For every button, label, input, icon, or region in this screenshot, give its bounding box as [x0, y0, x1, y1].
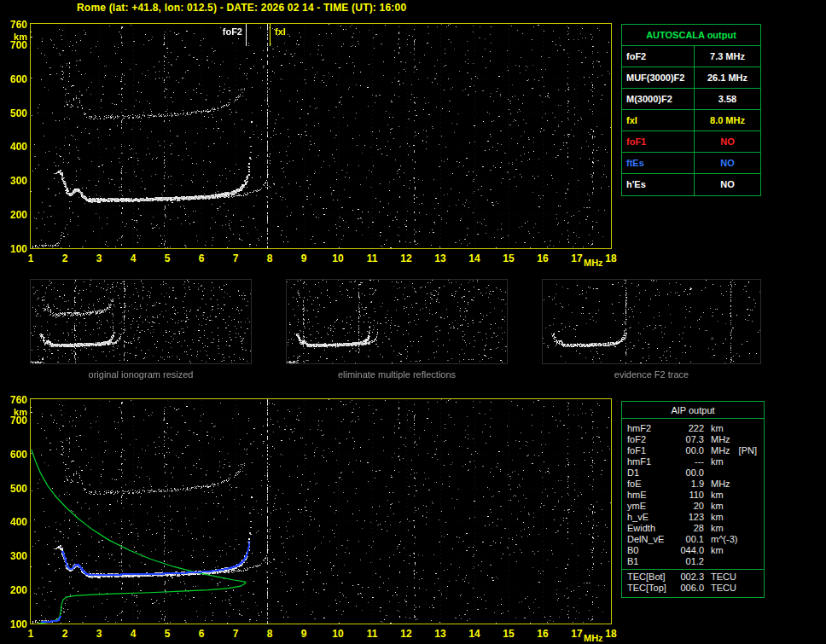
aip-unit: MHz	[711, 479, 730, 490]
autoscala-row-foF1: foF1NO	[622, 131, 760, 153]
aip-row-foE: foE1.9MHz	[627, 479, 759, 490]
bottom-ionogram-plot	[30, 398, 612, 624]
x-tick-7-top: 7	[226, 252, 245, 264]
aip-label: B1	[627, 556, 677, 567]
aip-label: foF1	[627, 445, 677, 456]
x-tick-8-top: 8	[260, 252, 279, 264]
aip-value: 110	[677, 490, 704, 501]
aip-row-DelN_vE: DelN_vE00.1m^(-3)	[627, 534, 759, 545]
x-tick-14-top: 14	[465, 252, 484, 264]
x-tick-1-top: 1	[21, 252, 40, 264]
aip-row-B0: B0044.0km	[627, 545, 759, 556]
x-tick-5-top: 5	[158, 252, 177, 264]
aip-value: 222	[677, 423, 704, 434]
autoscala-param-value: 8.0 MHz	[695, 110, 760, 131]
autoscala-param-value: NO	[695, 174, 760, 195]
aip-label: TEC[Bot]	[627, 571, 677, 583]
fxi-marker-label: fxI	[275, 26, 286, 37]
thumbnail-caption: eliminate multiple reflections	[286, 369, 508, 380]
bottom-ionogram-canvas	[31, 399, 611, 624]
aip-label: hmF2	[627, 423, 677, 434]
aip-unit: km	[711, 456, 724, 467]
aip-note: [PN]	[739, 445, 757, 456]
x-tick-5-bottom: 5	[158, 628, 177, 640]
aip-table-title: AIP output	[622, 402, 764, 419]
aip-value: 00.0	[677, 445, 704, 456]
x-axis-unit-bottom: MHz	[584, 633, 603, 643]
x-tick-6-bottom: 6	[192, 628, 211, 640]
aip-unit: TECU	[711, 583, 736, 594]
aip-row-B1: B101.2	[627, 556, 759, 567]
aip-value: 1.9	[677, 479, 704, 490]
aip-label: B0	[627, 545, 677, 556]
y-tick-600-bottom: 600	[2, 449, 27, 461]
aip-label: DelN_vE	[627, 534, 677, 545]
aip-value: 28	[677, 523, 704, 534]
x-tick-10-top: 10	[329, 252, 347, 264]
y-tick-200-bottom: 200	[2, 584, 27, 596]
top-ionogram-plot: foF2fxI	[30, 23, 612, 249]
x-tick-11-top: 11	[363, 252, 381, 264]
aip-unit: MHz	[711, 434, 730, 445]
x-tick-2-top: 2	[55, 252, 74, 264]
autoscala-row-M(3000)F2: M(3000)F23.58	[622, 89, 760, 110]
aip-unit: km	[711, 490, 724, 501]
autoscala-table-rows: foF27.3 MHzMUF(3000)F226.1 MHzM(3000)F23…	[622, 46, 760, 195]
x-tick-10-bottom: 10	[329, 628, 347, 640]
y-tick-300-top: 300	[2, 175, 27, 187]
aip-row-foF1: foF100.0MHz[PN]	[627, 445, 759, 456]
autoscala-screen: Rome (lat: +41.8, lon: 012.5) - DATE: 20…	[0, 0, 826, 644]
aip-unit: km	[711, 523, 724, 534]
aip-label: hmE	[627, 490, 677, 501]
x-tick-12-bottom: 12	[397, 628, 416, 640]
aip-row-h_vE: h_vE123km	[627, 512, 759, 523]
autoscala-param-value: 26.1 MHz	[695, 67, 760, 88]
aip-row-hmF2: hmF2222km	[627, 423, 759, 434]
autoscala-param-label: MUF(3000)F2	[622, 67, 695, 88]
tec-separator	[622, 569, 764, 570]
autoscala-param-label: foF1	[622, 131, 695, 152]
thumbnail-evidence-f2	[542, 279, 761, 364]
x-tick-2-bottom: 2	[55, 628, 74, 640]
x-tick-15-bottom: 15	[499, 628, 518, 640]
aip-label: TEC[Top]	[627, 583, 677, 594]
aip-row-hmE: hmE110km	[627, 490, 759, 501]
autoscala-table: AUTOSCALA output foF27.3 MHzMUF(3000)F22…	[621, 24, 761, 196]
x-tick-15-top: 15	[499, 252, 518, 264]
x-tick-12-top: 12	[397, 252, 416, 264]
thumbnail-original-resized	[30, 279, 252, 364]
x-tick-18-bottom: 18	[602, 628, 620, 640]
x-tick-11-bottom: 11	[363, 628, 381, 640]
x-tick-9-bottom: 9	[294, 628, 313, 640]
x-tick-3-top: 3	[90, 252, 108, 264]
aip-unit: km	[711, 501, 724, 512]
y-tick-200-top: 200	[2, 209, 27, 221]
autoscala-param-label: M(3000)F2	[622, 89, 695, 109]
autoscala-row-foF2: foF27.3 MHz	[622, 46, 760, 67]
thumbnail-caption: evidence F2 trace	[542, 369, 761, 380]
y-tick-500-bottom: 500	[2, 483, 27, 495]
autoscala-row-fxI: fxI8.0 MHz	[622, 110, 760, 131]
aip-row-ymE: ymE20km	[627, 501, 759, 512]
y-axis-unit-top: km	[2, 32, 27, 42]
aip-label: h_vE	[627, 512, 677, 523]
aip-table: AIP output hmF2222kmfoF207.3MHzfoF100.0M…	[621, 401, 765, 598]
x-tick-13-bottom: 13	[431, 628, 450, 640]
aip-row-Ewidth: Ewidth28km	[627, 523, 759, 534]
top-ionogram-canvas	[31, 24, 611, 248]
aip-row-TEC[Top]: TEC[Top]006.0TECU	[627, 583, 759, 594]
aip-value: 044.0	[677, 545, 704, 556]
x-tick-9-top: 9	[294, 252, 313, 264]
aip-unit: km	[711, 545, 724, 556]
page-title: Rome (lat: +41.8, lon: 012.5) - DATE: 20…	[77, 2, 406, 14]
aip-label: hmF1	[627, 456, 677, 467]
autoscala-param-value: 7.3 MHz	[695, 46, 760, 67]
x-tick-4-bottom: 4	[124, 628, 143, 640]
fof2-marker-label: foF2	[223, 26, 242, 37]
aip-label: foE	[627, 479, 677, 490]
autoscala-row-h'Es: h'EsNO	[622, 174, 760, 195]
fxi-marker-line	[270, 24, 270, 46]
aip-value: ---	[677, 456, 704, 467]
autoscala-row-ftEs: ftEsNO	[622, 153, 760, 174]
fof2-marker-line	[246, 24, 247, 46]
